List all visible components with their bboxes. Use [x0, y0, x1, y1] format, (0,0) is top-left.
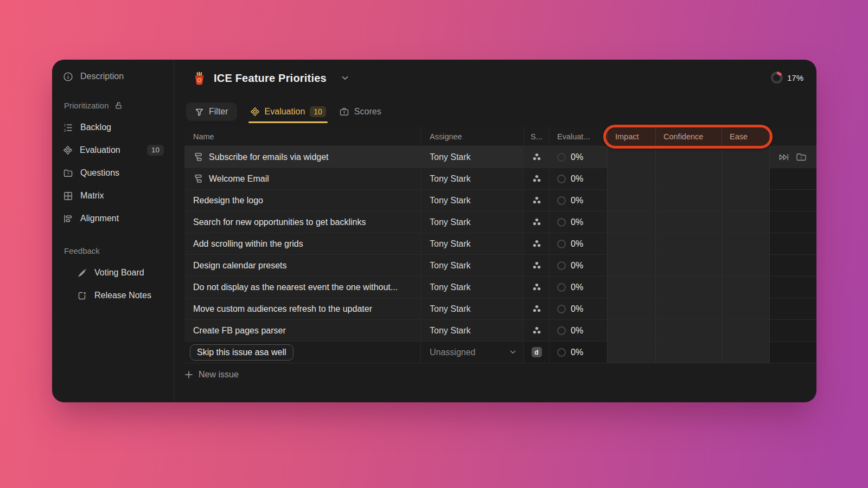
table-row[interactable]: Add scrolling within the gridsTony Stark…	[184, 233, 816, 255]
sidebar-item-alignment[interactable]: Alignment	[52, 210, 174, 227]
tab-evaluation[interactable]: Evaluation10	[250, 102, 326, 121]
tab-label: Evaluation	[265, 107, 305, 117]
sidebar-item-backlog[interactable]: 12Backlog	[52, 119, 174, 136]
ease-score-cell[interactable]	[722, 320, 770, 341]
assignee-cell[interactable]: Tony Stark	[420, 146, 524, 168]
assignee-cell[interactable]: Tony Stark	[420, 255, 524, 276]
table-row[interactable]: Subscribe for emails via widgetTony Star…	[184, 146, 816, 168]
impact-score-cell[interactable]	[607, 211, 655, 233]
sidebar-section-feedback: Feedback	[52, 244, 174, 257]
evaluation-ring-icon	[557, 196, 566, 205]
table-row[interactable]: Do not display as the nearest event the …	[184, 277, 816, 298]
issue-name-cell[interactable]: Subscribe for emails via widget	[184, 146, 420, 168]
issue-name-cell[interactable]: Create FB pages parser	[184, 320, 420, 341]
column-header-ease[interactable]: Ease	[722, 127, 770, 146]
evaluation-ring-icon	[557, 218, 566, 227]
sidebar-item-release-notes[interactable]: Release Notes	[52, 287, 174, 304]
assignee-cell[interactable]: Tony Stark	[420, 233, 524, 254]
issue-name-input[interactable]: Skip this issue asa well	[190, 344, 293, 361]
ease-score-cell[interactable]	[722, 342, 770, 363]
issue-name: Welcome Email	[209, 174, 269, 184]
impact-score-cell[interactable]	[607, 342, 655, 363]
impact-score-cell[interactable]	[607, 190, 655, 211]
column-header-evaluation[interactable]: Evaluat...	[549, 127, 607, 146]
assignee-cell[interactable]: Tony Stark	[420, 168, 524, 189]
assignee-cell[interactable]: Tony Stark	[420, 320, 524, 341]
sidebar-item-evaluation[interactable]: Evaluation10	[52, 142, 174, 158]
column-header-assignee[interactable]: Assignee	[420, 127, 524, 146]
assignee-cell[interactable]: Tony Stark	[420, 277, 524, 298]
confidence-score-cell[interactable]	[655, 233, 722, 254]
issue-name-cell[interactable]: Add scrolling within the grids	[184, 233, 420, 254]
issue-name-cell[interactable]: Welcome Email	[184, 168, 420, 189]
table-row[interactable]: Move custom audiences refresh to the upd…	[184, 298, 816, 320]
issue-name-cell[interactable]: Do not display as the nearest event the …	[184, 277, 420, 298]
ease-score-cell[interactable]	[722, 146, 770, 168]
ease-score-cell[interactable]	[722, 298, 770, 319]
assignee-cell[interactable]: Tony Stark	[420, 190, 524, 211]
column-header-source[interactable]: S...	[524, 127, 549, 146]
ease-score-cell[interactable]	[722, 211, 770, 233]
confidence-score-cell[interactable]	[655, 342, 722, 363]
folder-question-icon[interactable]: ?	[796, 152, 807, 162]
row-actions-cell	[770, 168, 816, 189]
table-row[interactable]: Search for new opportunities to get back…	[184, 211, 816, 233]
sidebar-item-description[interactable]: Description	[52, 68, 174, 85]
issue-name-cell[interactable]: Redesign the logo	[184, 190, 420, 211]
issue-name-cell[interactable]: Search for new opportunities to get back…	[184, 211, 420, 233]
impact-score-cell[interactable]	[607, 277, 655, 298]
impact-score-cell[interactable]	[607, 255, 655, 276]
evaluation-percent: 0%	[571, 174, 583, 184]
confidence-score-cell[interactable]	[655, 211, 722, 233]
issue-name-cell[interactable]: Skip this issue asa well	[184, 342, 420, 363]
ease-score-cell[interactable]	[722, 255, 770, 276]
impact-score-cell[interactable]	[607, 233, 655, 254]
filter-button[interactable]: Filter	[186, 102, 237, 121]
confidence-score-cell[interactable]	[655, 146, 722, 168]
chevron-down-icon[interactable]	[342, 76, 348, 80]
ease-score-cell[interactable]	[722, 277, 770, 298]
confidence-score-cell[interactable]	[655, 320, 722, 341]
issue-name-cell[interactable]: Design calendar presets	[184, 255, 420, 276]
skip-forward-icon[interactable]	[778, 153, 789, 162]
impact-score-cell[interactable]	[607, 168, 655, 189]
tab-scores[interactable]: Scores	[339, 102, 381, 121]
new-issue-button[interactable]: New issue	[184, 370, 239, 380]
column-header-confidence[interactable]: Confidence	[655, 127, 722, 146]
sidebar-item-label: Evaluation	[80, 145, 120, 155]
sidebar-item-matrix[interactable]: Matrix	[52, 188, 174, 204]
table-row[interactable]: Skip this issue asa wellUnassignedd0%	[184, 342, 816, 363]
confidence-score-cell[interactable]	[655, 168, 722, 189]
row-actions-cell	[770, 320, 816, 341]
confidence-score-cell[interactable]	[655, 255, 722, 276]
impact-score-cell[interactable]	[607, 320, 655, 341]
column-header-name[interactable]: Name	[184, 127, 420, 146]
evaluation-ring-icon	[557, 153, 566, 162]
assignee-cell[interactable]: Tony Stark	[420, 211, 524, 233]
main-area: ICE Feature Priorities 17% FilterEvaluat…	[174, 60, 816, 402]
assignee-cell[interactable]: Tony Stark	[420, 298, 524, 319]
sidebar-item-label: Questions	[80, 168, 119, 178]
table-row[interactable]: Redesign the logoTony Stark0%	[184, 190, 816, 211]
sidebar-item-voting-board[interactable]: Voting Board	[52, 265, 174, 281]
ease-score-cell[interactable]	[722, 168, 770, 189]
ease-score-cell[interactable]	[722, 190, 770, 211]
source-cell	[524, 168, 549, 189]
evaluation-progress-cell: 0%	[549, 190, 607, 211]
impact-score-cell[interactable]	[607, 146, 655, 168]
issue-name-cell[interactable]: Move custom audiences refresh to the upd…	[184, 298, 420, 319]
table-row[interactable]: Create FB pages parserTony Stark0%	[184, 320, 816, 342]
table-row[interactable]: Welcome EmailTony Stark0%	[184, 168, 816, 190]
impact-score-cell[interactable]	[607, 298, 655, 319]
assignee-cell[interactable]: Unassigned	[420, 342, 524, 363]
evaluation-ring-icon	[557, 348, 566, 357]
confidence-score-cell[interactable]	[655, 277, 722, 298]
sidebar-item-questions[interactable]: ?Questions	[52, 165, 174, 181]
table-row[interactable]: Design calendar presetsTony Stark0%	[184, 255, 816, 277]
asana-icon	[532, 195, 542, 206]
ease-score-cell[interactable]	[722, 233, 770, 254]
assignee-name: Tony Stark	[430, 304, 471, 314]
confidence-score-cell[interactable]	[655, 298, 722, 319]
column-header-impact[interactable]: Impact	[607, 127, 655, 146]
confidence-score-cell[interactable]	[655, 190, 722, 211]
